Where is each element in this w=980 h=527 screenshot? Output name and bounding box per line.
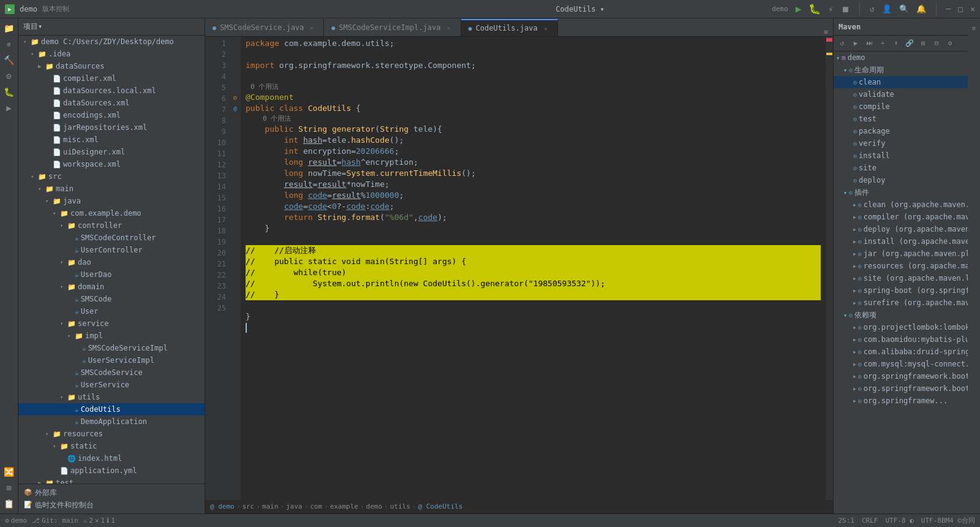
sidebar-icon-bottom[interactable]: 📋 xyxy=(2,496,17,511)
breadcrumb-src[interactable]: src xyxy=(242,502,254,510)
maven-settings-btn[interactable]: ⚙ xyxy=(944,37,956,50)
status-warnings[interactable]: ⚠ 2 ✕ 1 ℹ 1 xyxy=(83,517,115,525)
maven-plugin-install[interactable]: ▶ ⊙ install (org.apache.maven... xyxy=(834,235,968,248)
status-line-ending[interactable]: CRLF xyxy=(862,516,878,525)
maven-link-btn[interactable]: 🔗 xyxy=(903,37,916,50)
tree-item-24[interactable]: ▾📁impl xyxy=(18,330,205,342)
sidebar-icon-5[interactable]: ▶ xyxy=(2,100,17,115)
tree-item-32[interactable]: ▾📁resources xyxy=(18,428,205,440)
maven-plus-btn[interactable]: + xyxy=(876,37,889,50)
maven-plugin-springboot[interactable]: ▶ ⊙ spring-boot (org.springfra... xyxy=(834,284,968,297)
maven-lifecycle-header[interactable]: ▾ ⊙ 生命周期 xyxy=(834,64,968,76)
status-position[interactable]: UTF-8BM4 ©合同 xyxy=(921,516,975,525)
tree-item-25[interactable]: ☕SMSCodeServiceImpl xyxy=(18,342,205,354)
tree-item-31[interactable]: ☕DemoApplication xyxy=(18,415,205,428)
tree-item-19[interactable]: ☕UserDao xyxy=(18,268,205,281)
maven-skip-btn[interactable]: ⏭ xyxy=(863,37,875,50)
maven-expand-btn[interactable]: ⊞ xyxy=(917,37,929,50)
tree-item-29[interactable]: ▾📁utils xyxy=(18,391,205,403)
tree-item-26[interactable]: ☕UserServiceImpl xyxy=(18,354,205,366)
maven-plugin-clean[interactable]: ▶ ⊙ clean (org.apache.maven.p... xyxy=(834,199,968,211)
tree-item-10[interactable]: 📄workspace.xml xyxy=(18,158,205,170)
maven-dep-mysql[interactable]: ▶ ⊙ com.mysql:mysql-connect... xyxy=(834,358,968,370)
maven-collapse-btn[interactable]: ⊟ xyxy=(930,37,943,50)
tree-item-35[interactable]: 📄application.yml xyxy=(18,464,205,477)
tree-item-30[interactable]: ☕CodeUtils xyxy=(18,403,205,415)
maven-project-root[interactable]: ▾ m demo xyxy=(834,51,968,64)
tree-item-27[interactable]: ☕SMSCodeService xyxy=(18,366,205,379)
maven-download-btn[interactable]: ⬇ xyxy=(890,37,902,50)
maven-dep-spring2[interactable]: ▶ ⊙ org.springframework.boot... xyxy=(834,382,968,395)
code-area[interactable]: package com.example.demo.utils; import o… xyxy=(241,37,826,500)
tree-item-9[interactable]: 📄uiDesigner.xml xyxy=(18,146,205,158)
tree-item-22[interactable]: ☕User xyxy=(18,305,205,317)
maven-dep-spring3[interactable]: ▶ ⊙ org.springframew... xyxy=(834,395,968,407)
tree-item-4[interactable]: 📄dataSources.local.xml xyxy=(18,85,205,97)
status-git[interactable]: ⎇ Git: main xyxy=(32,517,78,525)
status-encoding[interactable]: UTF-8 ◐ xyxy=(885,516,913,525)
breadcrumb-codeutils[interactable]: @ CodeUtils xyxy=(418,502,462,510)
minimize-button[interactable]: ─ xyxy=(946,4,951,13)
close-button[interactable]: ✕ xyxy=(970,4,975,13)
right-sidebar-m-icon[interactable]: m xyxy=(967,21,980,36)
breadcrumb-example[interactable]: example xyxy=(330,502,358,510)
tree-item-1[interactable]: ▾📁.idea xyxy=(18,48,205,60)
sidebar-icon-1[interactable]: ⊕ xyxy=(2,37,17,51)
debug-icon[interactable]: 🐛 xyxy=(809,3,821,15)
maven-lifecycle-site[interactable]: ⊙ site xyxy=(834,162,968,174)
tree-item-28[interactable]: ☕UserService xyxy=(18,379,205,391)
maven-plugin-compiler[interactable]: ▶ ⊙ compiler (org.apache.maven... xyxy=(834,211,968,223)
profile-icon[interactable]: 👤 xyxy=(882,4,892,13)
restore-button[interactable]: □ xyxy=(958,4,963,13)
maven-deps-header[interactable]: ▾ ⊙ 依赖项 xyxy=(834,309,968,321)
sidebar-project-icon[interactable]: 📁 xyxy=(2,21,17,36)
maven-lifecycle-verify[interactable]: ⊙ verify xyxy=(834,137,968,150)
breadcrumb-utils[interactable]: utils xyxy=(390,502,410,510)
status-line-col[interactable]: 25:1 xyxy=(838,516,854,525)
maven-plugin-jar[interactable]: ▶ ⊙ jar (org.apache.maven.plu... xyxy=(834,248,968,260)
status-project[interactable]: ⚙ demo xyxy=(5,517,27,525)
maven-plugin-site[interactable]: ▶ ⊙ site (org.apache.maven.lau... xyxy=(834,272,968,284)
maven-lifecycle-compile[interactable]: ⊙ compile xyxy=(834,100,968,113)
tree-item-21[interactable]: ☕SMSCode xyxy=(18,293,205,305)
tab-settings-btn[interactable]: ≡ xyxy=(819,28,833,36)
tree-item-3[interactable]: 📄compiler.xml xyxy=(18,72,205,85)
file-tree-content[interactable]: ▾📁demo C:/Users/ZDY/Desktop/demo▾📁.idea▶… xyxy=(18,36,205,483)
tree-item-23[interactable]: ▾📁service xyxy=(18,317,205,330)
tab-close-codeutils[interactable]: ✕ xyxy=(541,24,550,32)
sidebar-icon-4[interactable]: 🐛 xyxy=(2,85,17,99)
stop-icon[interactable]: ⏹ xyxy=(841,4,850,14)
tree-item-20[interactable]: ▾📁domain xyxy=(18,281,205,293)
version-control-label[interactable]: 版本控制 xyxy=(42,4,69,13)
tab-codeutils[interactable]: ● CodeUtils.java ✕ xyxy=(461,19,558,36)
sidebar-icon-2[interactable]: 🔨 xyxy=(2,53,17,67)
tree-item-13[interactable]: ▾📁java xyxy=(18,195,205,207)
maven-run-btn[interactable]: ▶ xyxy=(850,37,862,50)
run-with-coverage-icon[interactable]: ⚡ xyxy=(828,4,833,14)
sidebar-icon-3[interactable]: ⚙ xyxy=(2,69,17,83)
maven-lifecycle-validate[interactable]: ⊙ validate xyxy=(834,88,968,100)
maven-plugin-resources[interactable]: ▶ ⊙ resources (org.apache.ma... xyxy=(834,260,968,272)
tree-item-7[interactable]: 📄jarRepositories.xml xyxy=(18,121,205,134)
sidebar-icon-terminal[interactable]: ⊞ xyxy=(2,480,17,495)
maven-plugin-surefire[interactable]: ▶ ⊙ surefire (org.apache.mav... xyxy=(834,297,968,309)
update-icon[interactable]: ↺ xyxy=(870,4,875,13)
tree-item-6[interactable]: 📄encodings.xml xyxy=(18,109,205,121)
maven-dep-lombok[interactable]: ▶ ⊙ org.projectlombok:lombok xyxy=(834,321,968,333)
search-icon[interactable]: 🔍 xyxy=(899,4,909,13)
run-config-label[interactable]: demo xyxy=(772,5,788,13)
maven-lifecycle-install[interactable]: ⊙ install xyxy=(834,150,968,162)
breadcrumb-demo2[interactable]: demo xyxy=(366,502,383,510)
tree-item-33[interactable]: ▾📁static xyxy=(18,440,205,452)
run-icon[interactable]: ▶ xyxy=(796,3,802,15)
temp-files-item[interactable]: 📝 临时文件和控制台 xyxy=(18,499,205,511)
breadcrumb-java[interactable]: java xyxy=(286,502,303,510)
tab-smscodeservice[interactable]: ● SMSCodeService.java ✕ xyxy=(205,19,324,36)
tree-item-16[interactable]: ☕SMSCodeController xyxy=(18,232,205,244)
tree-item-12[interactable]: ▾📁main xyxy=(18,183,205,195)
tree-item-5[interactable]: 📄dataSources.xml xyxy=(18,97,205,109)
maven-lifecycle-test[interactable]: ⊙ test xyxy=(834,113,968,125)
tree-item-15[interactable]: ▾📁controller xyxy=(18,219,205,232)
tree-item-11[interactable]: ▾📁src xyxy=(18,170,205,183)
external-libs-item[interactable]: 📦 外部库 xyxy=(18,487,205,499)
